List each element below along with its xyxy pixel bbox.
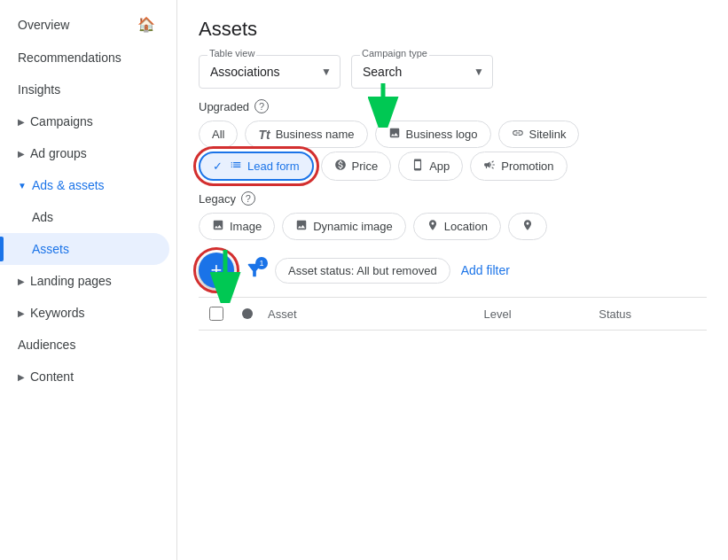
sidebar: Overview 🏠 Recommendations Insights ▶ Ca…	[0, 0, 177, 560]
sidebar-item-overview[interactable]: Overview 🏠	[0, 7, 169, 42]
chip-location[interactable]: Location	[413, 213, 501, 240]
action-row: + 1 Asset status: All but removed Add fi…	[199, 253, 707, 288]
campaign-icon	[483, 159, 496, 174]
location-icon	[427, 219, 439, 234]
chip-dynamic-image[interactable]: Dynamic image	[282, 213, 406, 240]
chip-label: Lead form	[247, 159, 300, 173]
sidebar-item-assets[interactable]: Assets	[0, 233, 169, 265]
check-icon: ✓	[213, 159, 223, 173]
chip-label: Sitelink	[529, 128, 567, 141]
table-header: Asset Level Status	[199, 297, 707, 331]
home-icon: 🏠	[137, 16, 155, 33]
status-filter-label: Asset status: All but removed	[288, 264, 437, 277]
chip-more[interactable]	[508, 213, 547, 240]
phone-icon	[411, 159, 424, 174]
chevron-icon: ▶	[18, 117, 25, 127]
chip-all[interactable]: All	[199, 121, 238, 148]
help-icon[interactable]: ?	[254, 99, 269, 113]
text-format-icon: Tt	[258, 128, 270, 142]
filter-badge: 1	[255, 257, 268, 269]
sidebar-item-label: Keywords	[30, 306, 84, 320]
chip-label: Business name	[276, 128, 355, 141]
sidebar-item-label: Recommendations	[18, 51, 121, 65]
chip-image[interactable]: Image	[199, 213, 275, 240]
sidebar-item-label: Insights	[18, 82, 60, 97]
chip-lead-form[interactable]: ✓ Lead form	[199, 152, 314, 181]
location-icon	[521, 219, 534, 234]
upgraded-chips-row: All Tt Business name Business logo Sitel…	[199, 121, 707, 148]
help-icon[interactable]: ?	[241, 191, 255, 206]
chip-promotion[interactable]: Promotion	[470, 152, 567, 181]
add-filter-label: Add filter	[461, 263, 510, 277]
table-view-dropdown[interactable]: Table view Associations ▼	[199, 55, 341, 89]
legacy-chips-row: Image Dynamic image Location	[199, 213, 707, 240]
sidebar-item-label: Assets	[32, 242, 69, 256]
sidebar-item-label: Ads	[32, 210, 53, 224]
chip-business-name[interactable]: Tt Business name	[245, 121, 367, 148]
asset-column-header: Asset	[261, 307, 477, 321]
sidebar-item-campaigns[interactable]: ▶ Campaigns	[0, 105, 169, 137]
upgraded-chips-row-2: ✓ Lead form Price App	[199, 152, 707, 181]
price-icon	[334, 159, 347, 174]
legacy-section-label: Legacy ?	[199, 191, 707, 206]
sidebar-item-recommendations[interactable]: Recommendations	[0, 42, 169, 74]
sidebar-item-ads-assets[interactable]: ▼ Ads & assets	[0, 169, 169, 201]
chevron-icon: ▶	[18, 276, 25, 286]
sidebar-item-insights[interactable]: Insights	[0, 74, 169, 105]
chip-label: Location	[444, 220, 488, 233]
link-icon	[512, 127, 524, 142]
chip-business-logo[interactable]: Business logo	[375, 121, 491, 148]
chip-label: Dynamic image	[313, 220, 393, 233]
image-icon	[388, 127, 401, 142]
sidebar-item-label: Campaigns	[30, 114, 93, 128]
sidebar-item-label: Ad groups	[30, 146, 87, 160]
level-column-header: Level	[477, 307, 592, 321]
plus-icon: +	[211, 261, 223, 280]
upgraded-section-label: Upgraded ?	[199, 99, 707, 113]
upgraded-chips-container: All Tt Business name Business logo Sitel…	[199, 121, 707, 181]
add-button[interactable]: +	[199, 253, 234, 288]
chip-app[interactable]: App	[398, 152, 463, 181]
upgraded-label: Upgraded	[199, 100, 249, 113]
page-title: Assets	[199, 18, 707, 41]
sidebar-item-label: Landing pages	[30, 274, 112, 288]
sidebar-item-label: Content	[30, 369, 74, 384]
sidebar-item-ads[interactable]: Ads	[0, 201, 169, 233]
chip-label: Business logo	[406, 128, 478, 141]
campaign-type-dropdown[interactable]: Campaign type Search ▼	[351, 55, 493, 89]
chip-label: Price	[352, 159, 379, 173]
table-view-label: Table view	[207, 48, 256, 58]
chip-label: App	[429, 159, 450, 173]
image-icon	[212, 219, 224, 234]
legacy-label: Legacy	[199, 192, 236, 206]
sidebar-item-audiences[interactable]: Audiences	[0, 329, 169, 361]
list-icon	[230, 159, 242, 174]
chevron-icon: ▶	[18, 372, 25, 382]
campaign-type-label: Campaign type	[360, 48, 429, 58]
sidebar-item-landing-pages[interactable]: ▶ Landing pages	[0, 265, 169, 297]
table-view-select[interactable]: Associations	[199, 55, 341, 89]
sidebar-item-content[interactable]: ▶ Content	[0, 361, 169, 393]
sidebar-item-keywords[interactable]: ▶ Keywords	[0, 297, 169, 329]
chevron-icon: ▼	[18, 181, 27, 191]
legacy-chips-container: Image Dynamic image Location	[199, 213, 707, 240]
add-filter-button[interactable]: Add filter	[461, 263, 510, 277]
image-icon	[295, 219, 308, 234]
chip-label: Promotion	[501, 159, 553, 173]
status-dot-header	[234, 308, 261, 319]
filter-row: Table view Associations ▼ Campaign type …	[199, 55, 707, 89]
sidebar-item-label: Ads & assets	[32, 178, 105, 192]
chip-price[interactable]: Price	[321, 152, 392, 181]
sidebar-item-adgroups[interactable]: ▶ Ad groups	[0, 137, 169, 169]
chip-label: Image	[230, 220, 262, 233]
filter-button[interactable]: 1	[245, 261, 264, 280]
chip-sitelink[interactable]: Sitelink	[498, 121, 580, 148]
status-column-header: Status	[591, 307, 707, 321]
select-all-checkbox[interactable]	[209, 307, 223, 321]
main-content: Assets Table view Associations ▼ Campaig…	[177, 0, 728, 560]
campaign-type-select[interactable]: Search	[351, 55, 493, 89]
sidebar-item-label: Overview	[18, 18, 69, 32]
checkbox-header[interactable]	[199, 307, 234, 321]
status-filter-chip[interactable]: Asset status: All but removed	[275, 258, 450, 284]
chevron-icon: ▶	[18, 149, 25, 159]
